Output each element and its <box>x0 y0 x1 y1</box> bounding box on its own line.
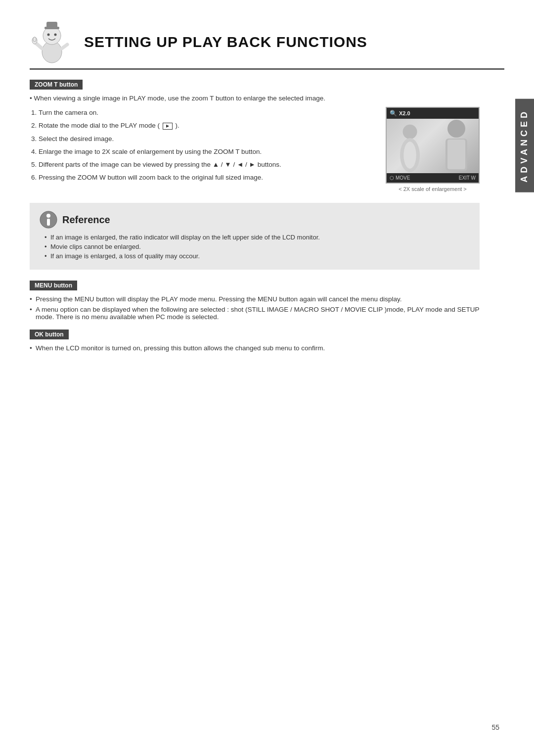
steps-image-row: Turn the camera on. Rotate the mode dial… <box>30 107 480 192</box>
side-tab: ADVANCED <box>515 99 534 192</box>
svg-rect-8 <box>33 37 36 42</box>
svg-rect-18 <box>47 219 50 226</box>
steps-list: Turn the camera on. Rotate the mode dial… <box>30 107 371 185</box>
page-header: SETTING UP PLAY BACK FUNCTIONS <box>30 20 504 70</box>
move-arrows-icon: ⬡ <box>390 175 394 181</box>
lcd-caption: < 2X scale of enlargement > <box>386 186 480 192</box>
figure-right-svg <box>437 120 476 173</box>
ok-text: When the LCD monitor is turned on, press… <box>30 344 480 352</box>
main-content: ZOOM T button When viewing a single imag… <box>30 80 504 352</box>
lcd-mockup-wrapper: 🔍 X2.0 <box>386 107 480 192</box>
zoom-lens-icon: 🔍 <box>390 110 397 117</box>
ok-section: OK button When the LCD monitor is turned… <box>30 330 480 352</box>
svg-point-12 <box>403 142 416 169</box>
mascot-icon <box>30 20 74 64</box>
reference-item-2: If an image is enlarged, a loss of quali… <box>44 252 470 260</box>
reference-box: Reference If an image is enlarged, the r… <box>30 203 480 270</box>
lcd-exit-label: EXIT W <box>459 175 476 181</box>
zoom-section: ZOOM T button When viewing a single imag… <box>30 80 480 192</box>
svg-line-9 <box>62 45 67 48</box>
step-5: Different parts of the image can be view… <box>39 159 371 171</box>
step-1: Turn the camera on. <box>39 107 371 119</box>
lcd-image-area <box>387 119 479 173</box>
zoom-badge: ZOOM T button <box>30 80 83 90</box>
menu-section: MENU button Pressing the MENU button wil… <box>30 281 480 321</box>
lcd-move-label: ⬡ MOVE <box>390 175 410 181</box>
menu-badge: MENU button <box>30 281 77 290</box>
zoom-intro: When viewing a single image in PLAY mode… <box>30 94 480 102</box>
steps-ol: Turn the camera on. Rotate the mode dial… <box>30 107 371 184</box>
menu-text-0: Pressing the MENU button will display th… <box>30 295 480 303</box>
menu-text-1: A menu option can be displayed when the … <box>30 306 480 321</box>
reference-icon <box>40 211 57 229</box>
step-3: Select the desired image. <box>39 133 371 145</box>
svg-point-13 <box>447 120 465 138</box>
play-mode-icon <box>163 123 173 130</box>
svg-point-17 <box>46 214 50 218</box>
svg-point-1 <box>43 27 61 45</box>
figure-left-svg <box>392 124 429 173</box>
svg-rect-3 <box>46 22 57 28</box>
svg-point-5 <box>54 34 57 36</box>
svg-rect-15 <box>447 140 465 169</box>
reference-item-1: Movie clips cannot be enlarged. <box>44 243 470 250</box>
page-container: ADVANCED <box>0 0 534 756</box>
reference-item-0: If an image is enlarged, the ratio indic… <box>44 234 470 241</box>
step-2: Rotate the mode dial to the PLAY mode ( … <box>39 120 371 132</box>
lcd-zoom-value: X2.0 <box>399 110 410 116</box>
svg-point-10 <box>403 125 417 139</box>
svg-point-4 <box>47 34 50 36</box>
reference-header: Reference <box>40 211 470 229</box>
lcd-mockup: 🔍 X2.0 <box>386 107 480 184</box>
step-6: Pressing the ZOOM W button will zoom bac… <box>39 172 371 184</box>
page-title: SETTING UP PLAY BACK FUNCTIONS <box>84 34 367 50</box>
lcd-bottom-bar: ⬡ MOVE EXIT W <box>387 173 479 183</box>
ok-badge: OK button <box>30 330 69 339</box>
step-4: Enlarge the image to 2X scale of enlarge… <box>39 146 371 158</box>
page-number: 55 <box>491 723 499 731</box>
reference-items-list: If an image is enlarged, the ratio indic… <box>40 234 470 260</box>
reference-title: Reference <box>62 214 110 226</box>
lcd-top-bar: 🔍 X2.0 <box>387 108 479 119</box>
